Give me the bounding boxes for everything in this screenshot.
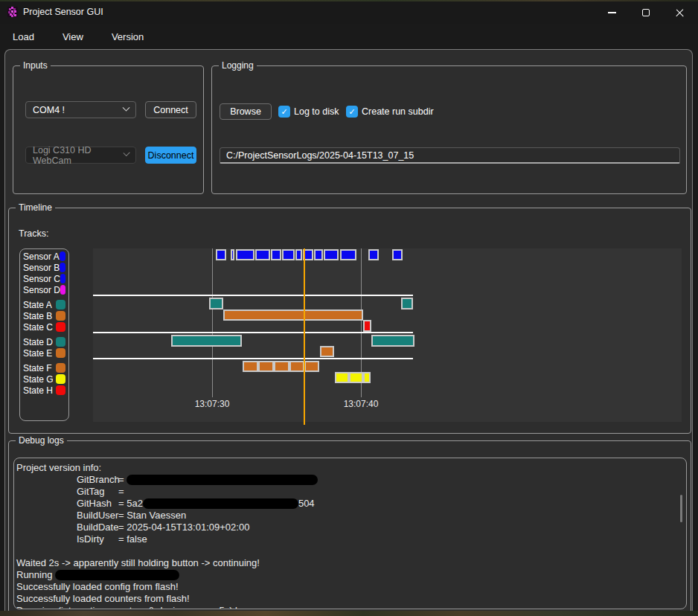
log-key: IsDirty <box>77 533 118 545</box>
track-name: State B <box>23 311 52 321</box>
log-line: Running <box>16 569 686 581</box>
log-key: GitBranch <box>77 474 118 486</box>
log-path-input[interactable] <box>220 147 680 164</box>
timeline-group-label: Timeline <box>16 202 55 214</box>
timeline-bar-state-d <box>371 335 414 347</box>
track-color-chip <box>56 300 65 309</box>
timeline-bar-state-a <box>401 298 413 309</box>
logging-group: Logging Browse Log to disk Create run su… <box>211 65 687 194</box>
log-line: IsDirty= false <box>16 533 686 545</box>
com-port-value: COM4 ! <box>33 105 65 115</box>
track-color-chip <box>60 285 65 295</box>
track-name: State D <box>23 337 53 347</box>
minimize-button[interactable] <box>595 1 629 24</box>
debug-log-text[interactable]: Project version info:GitBranch= GitTag=G… <box>13 458 687 609</box>
log-text: Project version info: <box>16 462 101 473</box>
track-row-state-h[interactable]: State H <box>20 385 68 396</box>
timeline-bar-state-f <box>258 361 274 372</box>
close-icon <box>676 8 685 17</box>
connect-button[interactable]: Connect <box>145 101 196 118</box>
log-text: 504 <box>298 498 315 509</box>
log-line <box>16 545 686 557</box>
time-tick-label: 13:07:40 <box>344 399 379 409</box>
track-row-sensor-b[interactable]: Sensor B <box>20 262 68 273</box>
timeline-bar-sensor-a <box>231 249 234 260</box>
camera-select[interactable]: Logi C310 HD WebCam <box>25 147 136 164</box>
create-run-subdir-label: Create run subdir <box>362 106 434 118</box>
log-text: = <box>118 486 124 497</box>
log-line: Successfully loaded counters from flash! <box>16 593 686 605</box>
log-to-disk-checkbox[interactable] <box>278 106 290 118</box>
app-window: Project Sensor GUI LoadViewVersion Input… <box>0 1 698 611</box>
com-port-select[interactable]: COM4 ! <box>25 101 136 118</box>
timeline-bar-sensor-a <box>295 249 302 260</box>
debug-logs-group-label: Debug logs <box>16 435 67 446</box>
log-line: GitHash= 5a2504 <box>16 498 686 510</box>
track-row-state-f[interactable]: State F <box>20 362 68 373</box>
track-row-sensor-d[interactable]: Sensor D <box>20 284 68 295</box>
menu-item-view[interactable]: View <box>58 28 88 45</box>
timeline-bar-state-f <box>243 361 258 372</box>
timeline-bar-state-f <box>289 361 304 372</box>
timeline-bar-sensor-a <box>340 249 356 260</box>
track-name: State A <box>23 300 52 310</box>
timeline-bar-state-d <box>171 335 242 347</box>
playhead-cursor[interactable] <box>304 248 305 425</box>
track-row-state-a[interactable]: State A <box>20 299 68 310</box>
redacted-text <box>127 475 318 485</box>
log-text: Successfully loaded config from flash! <box>16 581 179 592</box>
track-color-chip <box>56 337 65 347</box>
timeline-bar-sensor-a <box>392 249 403 260</box>
track-row-state-g[interactable]: State G <box>20 373 68 385</box>
log-line: Dumping (interaction counters & devices … <box>16 605 686 609</box>
track-name: Sensor A <box>23 251 60 262</box>
log-to-disk-label: Log to disk <box>294 106 339 118</box>
menu-item-load[interactable]: Load <box>8 28 39 45</box>
camera-value: Logi C310 HD WebCam <box>33 145 124 166</box>
timeline-bar-sensor-a <box>255 249 270 260</box>
timeline-group: Timeline Tracks: Sensor ASensor BSensor … <box>8 208 691 434</box>
timeline-bar-sensor-a <box>314 249 323 260</box>
timeline-bar-state-f <box>304 361 319 372</box>
track-row-state-c[interactable]: State C <box>20 321 68 333</box>
log-scrollbar-thumb[interactable] <box>680 495 682 522</box>
track-color-chip <box>56 311 65 321</box>
minimize-icon <box>608 12 616 13</box>
inputs-group-label: Inputs <box>20 60 51 71</box>
timeline-plot: 13:07:3013:07:40 <box>93 248 682 422</box>
log-text: = false <box>118 533 147 545</box>
timeline-bar-sensor-a <box>324 249 339 260</box>
menu-item-version[interactable]: Version <box>107 28 148 45</box>
track-row-state-e[interactable]: State E <box>20 347 68 359</box>
track-name: State G <box>23 374 54 385</box>
log-line: GitTag= <box>16 486 686 498</box>
timeline-bar-state-a <box>209 298 223 309</box>
track-color-chip <box>60 274 65 283</box>
log-line: GitBranch= <box>16 474 686 486</box>
time-tick-label: 13:07:30 <box>195 399 230 409</box>
disconnect-button[interactable]: Disconnect <box>145 147 196 164</box>
track-row-sensor-a[interactable]: Sensor A <box>20 251 68 262</box>
timeline-bar-sensor-a <box>271 249 281 260</box>
log-key: GitTag <box>77 486 118 498</box>
track-row-state-d[interactable]: State D <box>20 336 68 347</box>
log-key: BuildUser <box>77 510 118 522</box>
track-name: State E <box>23 348 52 359</box>
close-button[interactable] <box>663 1 697 24</box>
timeline-bar-state-g <box>335 372 349 383</box>
log-line: BuildDate= 2025-04-15T13:01:09+02:00 <box>16 522 686 533</box>
create-run-subdir-checkbox[interactable] <box>346 106 358 118</box>
title-bar[interactable]: Project Sensor GUI <box>0 1 698 24</box>
track-row-state-b[interactable]: State B <box>20 310 68 321</box>
track-name: State C <box>23 322 53 333</box>
timeline-bar-sensor-a <box>236 249 254 260</box>
log-key: GitHash <box>77 498 118 510</box>
log-text: Dumping (interaction counters & devices … <box>16 605 240 609</box>
log-line: BuildUser= Stan Vaessen <box>16 510 686 522</box>
track-row-sensor-c[interactable]: Sensor C <box>20 273 68 284</box>
timeline-bar-state-g <box>363 372 371 383</box>
browse-button[interactable]: Browse <box>220 103 272 120</box>
maximize-button[interactable] <box>629 1 663 24</box>
logging-group-label: Logging <box>219 60 257 71</box>
track-color-chip <box>60 263 65 272</box>
